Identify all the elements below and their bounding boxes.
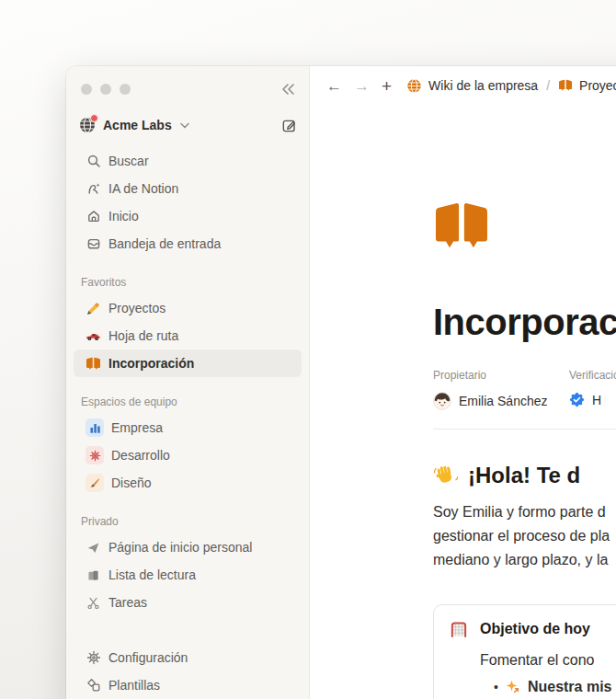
sidebar-item-label: Hoja de ruta (108, 328, 178, 343)
minimize-window-button[interactable] (100, 84, 111, 95)
breadcrumb-separator: / (546, 78, 550, 93)
sidebar-item-desarrollo[interactable]: Desarrollo (74, 441, 302, 469)
sidebar-item-home[interactable]: Inicio (74, 202, 302, 230)
sidebar-item-label: Configuración (108, 650, 188, 665)
main-content: ← → + Wiki de la empresa / Proyectos Inc… (310, 66, 616, 699)
sidebar-item-plantillas[interactable]: Plantillas (74, 671, 302, 699)
waving-hand-icon (433, 464, 458, 488)
section-title-teamspaces: Espacios de equipo (81, 395, 302, 408)
window-controls (74, 74, 302, 101)
topbar: ← → + Wiki de la empresa / Proyectos (310, 66, 616, 105)
home-icon (86, 209, 101, 224)
page-title[interactable]: Incorporación (433, 302, 616, 343)
sidebar-item-configuracion[interactable]: Configuración (74, 644, 302, 671)
sidebar-item-label: Desarrollo (111, 448, 170, 463)
maximize-window-button[interactable] (120, 84, 131, 95)
sidebar-item-search[interactable]: Buscar (74, 147, 302, 175)
notion-ai-icon (86, 181, 101, 197)
search-icon (86, 154, 101, 169)
scissors-icon (86, 595, 101, 611)
paragraph-block[interactable]: Soy Emilia y formo parte d gestionar el … (433, 500, 616, 572)
property-verification: Verificación H (569, 369, 616, 410)
verification-text: H (592, 393, 601, 407)
workspace-name: Acme Labs (103, 118, 172, 132)
sidebar-item-inbox[interactable]: Bandeja de entrada (74, 230, 302, 258)
sidebar: Acme Labs Buscar IA de Notion (66, 66, 310, 699)
globe-icon (78, 116, 97, 134)
sidebar-item-proyectos[interactable]: Proyectos (74, 294, 302, 322)
callout-title-row: Objetivo de hoy (449, 620, 616, 638)
chevron-down-icon (180, 122, 189, 129)
section-heading[interactable]: ¡Hola! Te d (433, 463, 616, 488)
sidebar-item-hoja-de-ruta[interactable]: Hoja de ruta (74, 322, 302, 350)
sidebar-item-label: Inicio (108, 209, 139, 223)
paragraph-line: mediano y largo plazo, y la (433, 548, 616, 572)
bullet-marker: • (494, 680, 498, 694)
properties-divider (433, 429, 616, 430)
breadcrumb-wiki-link[interactable]: Wiki de la empresa (428, 78, 538, 93)
callout-body-text: Fomentar el cono (480, 652, 616, 669)
books-icon (86, 567, 101, 583)
paragraph-line: gestionar el proceso de pla (433, 524, 616, 548)
paragraph-line: Soy Emilia y formo parte d (433, 500, 616, 524)
notification-dot (90, 114, 98, 122)
sidebar-footer: Configuración Plantillas (74, 644, 302, 699)
section-heading-text: ¡Hola! Te d (468, 463, 580, 488)
property-owner: Propietario Emilia Sánchez (433, 369, 569, 410)
page-body: Incorporación Propietario Emilia Sánchez… (310, 105, 616, 699)
shapes-icon (86, 678, 101, 693)
sidebar-item-lista-de-lectura[interactable]: Lista de lectura (74, 561, 302, 589)
owner-person-chip[interactable]: Emilia Sánchez (433, 392, 569, 410)
star-arrow-icon (506, 680, 520, 694)
sidebar-item-label: Incorporación (108, 356, 194, 371)
sidebar-item-empresa[interactable]: Empresa (74, 414, 302, 441)
open-book-icon (558, 79, 573, 92)
racecar-icon (86, 328, 101, 344)
bar-chart-icon (86, 418, 104, 437)
sidebar-item-label: Empresa (111, 420, 163, 435)
sidebar-item-label: Buscar (108, 154, 149, 168)
collapse-sidebar-icon[interactable] (279, 82, 296, 97)
wiki-globe-icon (406, 78, 422, 94)
gear-icon (86, 650, 101, 666)
app-window: Acme Labs Buscar IA de Notion (66, 66, 616, 699)
paper-plane-icon (86, 540, 101, 556)
workspace-switcher[interactable]: Acme Labs (74, 110, 302, 140)
sidebar-item-pagina-inicio-personal[interactable]: Página de inicio personal (74, 533, 302, 561)
goal-net-icon (449, 620, 469, 638)
sidebar-item-label: Proyectos (108, 301, 165, 315)
sidebar-item-label: Plantillas (108, 678, 160, 693)
verified-badge-icon (569, 392, 585, 407)
page-properties: Propietario Emilia Sánchez Verificación (433, 369, 616, 410)
breadcrumb-page-link[interactable]: Proyectos (579, 78, 616, 93)
paintbrush-icon (86, 474, 104, 492)
inbox-icon (86, 236, 101, 252)
new-tab-icon[interactable]: + (382, 77, 392, 95)
sidebar-item-diseno[interactable]: Diseño (74, 469, 302, 497)
breadcrumb: Wiki de la empresa / Proyectos (406, 78, 616, 94)
sidebar-item-label: IA de Notion (108, 181, 178, 196)
open-book-icon (86, 356, 101, 372)
owner-name: Emilia Sánchez (459, 394, 548, 408)
sidebar-item-label: Lista de lectura (108, 567, 196, 582)
sidebar-item-incorporacion[interactable]: Incorporación (74, 350, 302, 377)
verification-value[interactable]: H (569, 392, 616, 407)
sidebar-item-label: Diseño (111, 476, 152, 490)
gear-red-icon (86, 446, 104, 464)
forward-arrow-icon[interactable]: → (354, 78, 370, 94)
sidebar-item-label: Tareas (108, 595, 147, 610)
callout-block[interactable]: Objetivo de hoy Fomentar el cono • Nuest… (433, 604, 616, 699)
back-arrow-icon[interactable]: ← (326, 78, 342, 94)
sidebar-item-label: Página de inicio personal (108, 540, 252, 555)
section-title-favorites: Favoritos (81, 276, 302, 289)
callout-title-text: Objetivo de hoy (480, 621, 590, 637)
bulleted-list-item: • Nuestra mis (494, 679, 616, 695)
page-icon-open-book[interactable] (433, 201, 490, 252)
property-label: Verificación (569, 369, 616, 382)
sidebar-item-notion-ai[interactable]: IA de Notion (74, 175, 302, 202)
close-window-button[interactable] (81, 84, 92, 95)
sidebar-item-label: Bandeja de entrada (108, 236, 221, 251)
page-link[interactable]: Nuestra mis (528, 679, 612, 695)
new-page-icon[interactable] (281, 118, 297, 133)
sidebar-item-tareas[interactable]: Tareas (74, 589, 302, 616)
